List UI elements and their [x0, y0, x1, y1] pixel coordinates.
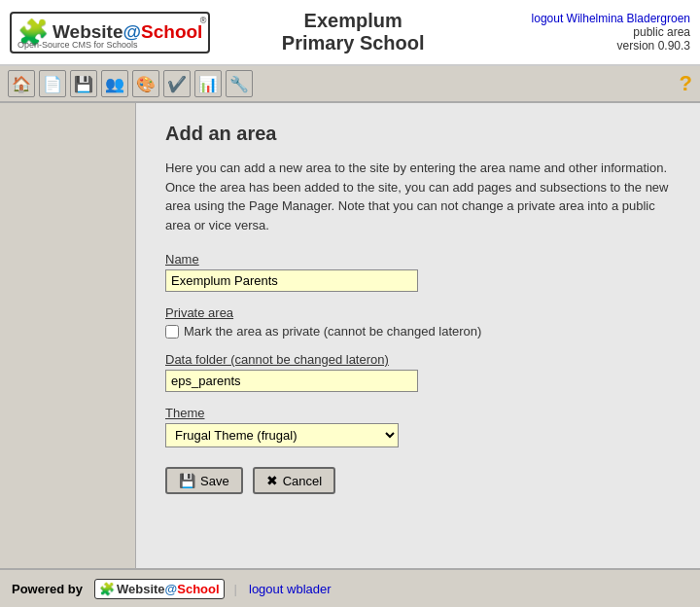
theme-select[interactable]: Frugal Theme (frugal) Default Theme (def… — [165, 423, 399, 447]
logo-area: 🧩 Website@School ® Open-Source CMS for S… — [10, 12, 210, 54]
page-description: Here you can add a new area to the site … — [165, 159, 671, 234]
users-icon[interactable]: 👥 — [101, 70, 128, 97]
theme-label: Theme — [165, 406, 671, 420]
logo-registered: ® — [200, 16, 207, 25]
tools-icon[interactable]: 🔧 — [226, 70, 253, 97]
logo-school-text: School — [141, 21, 202, 42]
save-button[interactable]: 💾 Save — [165, 467, 243, 494]
sidebar — [0, 103, 136, 568]
footer-logout-link[interactable]: logout wblader — [249, 582, 332, 596]
powered-by-label: Powered by — [12, 582, 83, 596]
chart-icon[interactable]: 📊 — [194, 70, 222, 97]
save-icon-btn: 💾 — [179, 473, 195, 488]
site-name-line2: Primary School — [210, 32, 496, 54]
page-title: Add an area — [165, 123, 671, 145]
data-folder-group: Data folder (cannot be changed lateron) — [165, 352, 671, 392]
logout-link[interactable]: logout Wilhelmina Bladergroen — [532, 12, 690, 25]
version-label: version 0.90.3 — [496, 39, 690, 53]
footer: Powered by 🧩 Website@School | logout wbl… — [0, 568, 700, 607]
check-icon[interactable]: ✔️ — [163, 70, 191, 97]
name-label-text: Name — [165, 252, 199, 267]
data-folder-input[interactable] — [165, 370, 418, 392]
checkbox-label: Mark the area as private (cannot be chan… — [184, 324, 481, 339]
footer-separator: | — [234, 582, 237, 596]
logo-box: 🧩 Website@School ® Open-Source CMS for S… — [10, 12, 210, 54]
name-label: Name — [165, 252, 671, 267]
header-center: Exemplum Primary School — [210, 10, 496, 54]
theme-group: Theme Frugal Theme (frugal) Default Them… — [165, 406, 671, 447]
palette-icon[interactable]: 🎨 — [132, 70, 159, 97]
name-input[interactable] — [165, 269, 418, 292]
logo-subtitle: Open-Source CMS for Schools — [18, 40, 138, 50]
footer-logo-school: School — [177, 582, 219, 596]
home-icon[interactable]: 🏠 — [8, 70, 35, 97]
page-icon[interactable]: 📄 — [39, 70, 66, 97]
footer-logo-web: Website — [117, 582, 165, 596]
header-right: logout Wilhelmina Bladergroen public are… — [496, 12, 690, 53]
site-name-line1: Exemplum — [210, 10, 496, 32]
private-area-section: Private area Mark the area as private (c… — [165, 305, 671, 339]
name-group: Name — [165, 252, 671, 292]
cancel-icon: ✖ — [266, 473, 278, 488]
cancel-button[interactable]: ✖ Cancel — [253, 467, 335, 494]
checkbox-row: Mark the area as private (cannot be chan… — [165, 324, 671, 339]
area-label: public area — [496, 25, 690, 39]
toolbar: 🏠 📄 💾 👥 🎨 ✔️ 📊 🔧 ? — [0, 66, 700, 103]
header: 🧩 Website@School ® Open-Source CMS for S… — [0, 0, 700, 66]
content-area: Add an area Here you can add a new area … — [136, 103, 700, 568]
help-icon[interactable]: ? — [680, 71, 692, 96]
data-folder-label: Data folder (cannot be changed lateron) — [165, 352, 671, 367]
main: Add an area Here you can add a new area … — [0, 103, 700, 568]
footer-logo-at: @ — [165, 582, 178, 596]
cancel-label: Cancel — [283, 474, 322, 488]
save-label: Save — [200, 474, 229, 488]
footer-logo: 🧩 Website@School — [94, 579, 225, 599]
private-area-label: Private area — [165, 305, 671, 320]
save-icon[interactable]: 💾 — [70, 70, 97, 97]
private-checkbox[interactable] — [165, 325, 179, 339]
button-row: 💾 Save ✖ Cancel — [165, 467, 671, 494]
